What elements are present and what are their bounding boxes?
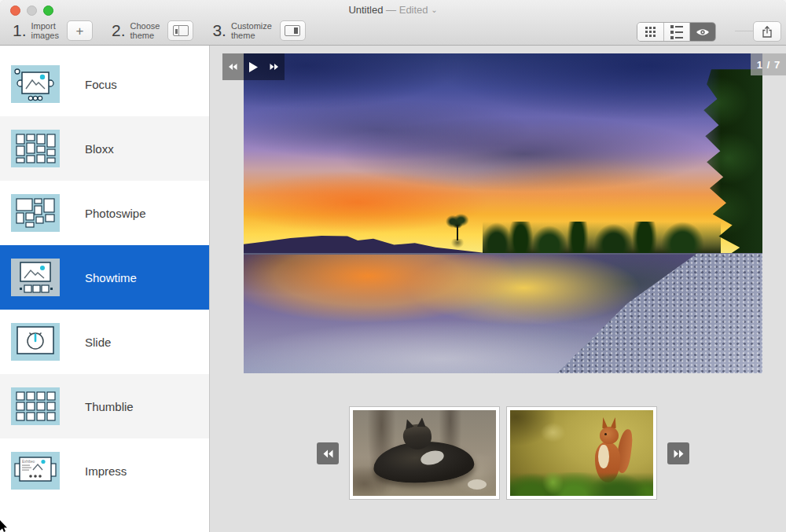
- theme-name: Showtime: [85, 271, 137, 284]
- previous-thumbnails-button[interactable]: [317, 442, 339, 464]
- list-icon: [670, 25, 683, 39]
- thumbnail-wolf[interactable]: [350, 407, 499, 499]
- previous-icon: [323, 449, 333, 458]
- sidebar-item-thumblie[interactable]: Thumblie: [0, 374, 209, 438]
- view-mode-segmented-control: [637, 22, 716, 42]
- plus-icon: +: [76, 24, 84, 38]
- sidebar-item-slide[interactable]: Slide: [0, 310, 209, 374]
- rewind-icon: [229, 63, 237, 71]
- photoswipe-theme-icon: [11, 194, 60, 232]
- share-icon: [761, 25, 773, 39]
- document-title: Untitled: [348, 4, 383, 16]
- eye-icon: [696, 28, 710, 37]
- step-2-label: Choosetheme: [130, 21, 160, 40]
- photo-treeline: [483, 222, 722, 255]
- thumblie-theme-icon: [11, 387, 60, 425]
- panel-right-icon: [285, 25, 300, 36]
- photo-lone-tree: [446, 214, 469, 255]
- bloxx-theme-icon: [11, 130, 60, 167]
- impress-theme-icon: Exhibeo: [11, 452, 60, 490]
- list-view-button[interactable]: [663, 23, 689, 41]
- slide-theme-icon: [11, 323, 60, 361]
- slideshow-current-photo: [244, 53, 762, 373]
- step-1-number: 1.: [13, 21, 27, 40]
- fast-forward-button[interactable]: [270, 63, 278, 71]
- slide-counter: 1 / 7: [751, 53, 786, 75]
- playback-controls: [222, 53, 285, 80]
- focus-theme-icon: [11, 65, 60, 103]
- document-state-dropdown[interactable]: Edited ⌄: [399, 4, 438, 16]
- next-icon: [674, 449, 684, 458]
- share-button[interactable]: [753, 21, 781, 42]
- wolf-photo: [353, 410, 496, 496]
- theme-name: Focus: [85, 78, 117, 91]
- sidebar-item-bloxx[interactable]: Bloxx: [0, 116, 209, 181]
- step-1-label: Importimages: [31, 21, 59, 40]
- showtime-theme-icon: [11, 259, 60, 296]
- sidebar-item-impress[interactable]: Exhibeo Impress: [0, 438, 209, 503]
- thumbnail-squirrel[interactable]: [507, 407, 656, 499]
- play-icon: [249, 62, 258, 72]
- next-thumbnails-button[interactable]: [667, 442, 689, 464]
- play-button[interactable]: [249, 62, 258, 72]
- app-window: Untitled — Edited ⌄ 1. Importimages + 2.…: [0, 0, 786, 532]
- squirrel-photo: [510, 410, 653, 496]
- theme-list-sidebar: Focus Bloxx: [0, 46, 210, 532]
- theme-name: Impress: [85, 464, 127, 478]
- preview-view-button[interactable]: [689, 23, 715, 41]
- sidebar-item-photoswipe[interactable]: Photoswipe: [0, 181, 209, 245]
- import-images-button[interactable]: +: [67, 20, 93, 41]
- fast-forward-icon: [270, 63, 278, 71]
- theme-name: Thumblie: [85, 400, 134, 413]
- window-title: Untitled — Edited ⌄: [0, 4, 786, 16]
- toolbar: Untitled — Edited ⌄ 1. Importimages + 2.…: [0, 0, 786, 46]
- theme-name: Photoswipe: [85, 207, 146, 220]
- sidebar-item-focus[interactable]: Focus: [0, 52, 209, 116]
- toolbar-divider-line: [735, 31, 753, 31]
- svg-text:Exhibeo: Exhibeo: [22, 460, 35, 464]
- step-3-label: Customizetheme: [231, 21, 272, 40]
- chevron-down-icon: ⌄: [431, 6, 437, 14]
- title-separator: —: [386, 4, 396, 16]
- step-2-number: 2.: [112, 21, 126, 40]
- workflow-steps: 1. Importimages + 2. Choosetheme 3. Cust…: [13, 17, 325, 44]
- customize-theme-button[interactable]: [280, 20, 306, 41]
- rewind-button[interactable]: [229, 63, 237, 71]
- theme-name: Slide: [85, 336, 111, 349]
- theme-name: Bloxx: [85, 142, 114, 156]
- grid-view-button[interactable]: [637, 23, 663, 41]
- choose-theme-button[interactable]: [167, 20, 193, 41]
- mouse-cursor: [0, 520, 7, 532]
- preview-stage: 1 / 7: [210, 46, 786, 532]
- step-3-number: 3.: [212, 21, 226, 40]
- panel-left-icon: [173, 25, 189, 36]
- grid-icon: [645, 27, 656, 38]
- sidebar-item-showtime[interactable]: Showtime: [0, 245, 209, 310]
